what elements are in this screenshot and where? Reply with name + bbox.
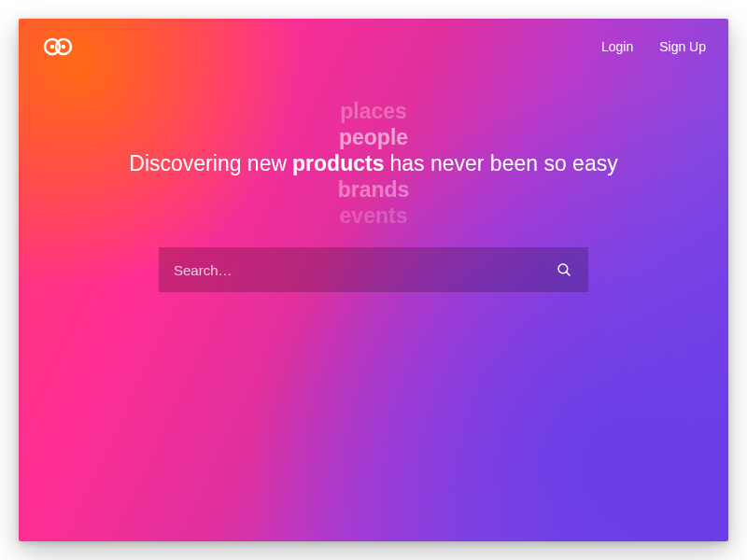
search-input[interactable] — [174, 262, 555, 278]
signup-link[interactable]: Sign Up — [659, 39, 706, 54]
carousel-word: people — [339, 124, 408, 150]
svg-point-2 — [50, 45, 54, 49]
logo-icon[interactable] — [41, 35, 75, 58]
hero: places people Discovering new products h… — [19, 98, 728, 229]
hero-suffix: has never been so easy — [389, 150, 617, 176]
svg-line-5 — [566, 272, 570, 275]
nav-links: Login Sign Up — [601, 39, 706, 54]
hero-prefix: Discovering new — [129, 150, 287, 176]
search-icon[interactable] — [555, 260, 573, 279]
landing-stage: Login Sign Up places people Discovering … — [19, 19, 728, 541]
hero-headline: Discovering new products has never been … — [19, 150, 728, 176]
search-bar — [159, 247, 588, 292]
topbar: Login Sign Up — [19, 19, 728, 75]
svg-point-3 — [62, 45, 65, 49]
carousel-word: brands — [338, 176, 410, 203]
carousel-word: events — [340, 203, 408, 229]
carousel-word: places — [340, 98, 407, 124]
word-carousel: places people Discovering new products h… — [19, 98, 728, 229]
carousel-word-active: products — [292, 150, 384, 176]
login-link[interactable]: Login — [601, 39, 633, 54]
